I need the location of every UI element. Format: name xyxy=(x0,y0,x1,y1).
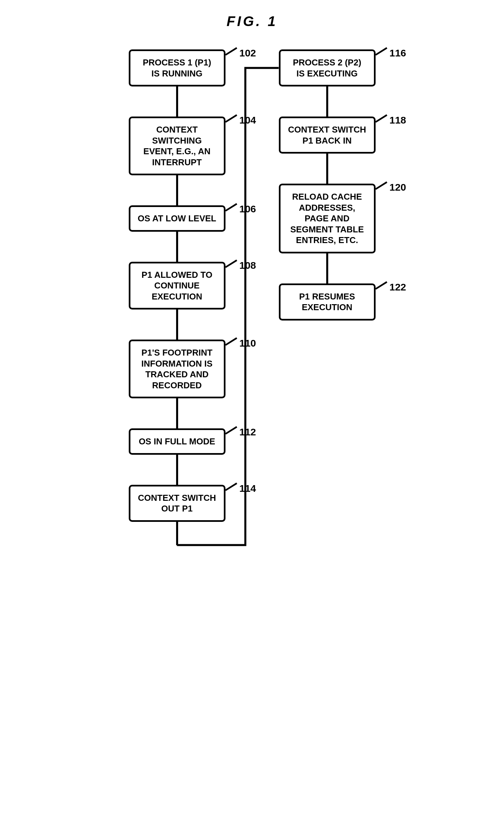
column-right: PROCESS 2 (P2) IS EXECUTING 116 CONTEXT … xyxy=(279,49,376,321)
node-box: PROCESS 1 (P1) IS RUNNING xyxy=(129,49,225,86)
connector xyxy=(176,455,178,485)
node-box: PROCESS 2 (P2) IS EXECUTING xyxy=(279,49,376,86)
node-number: 122 xyxy=(390,281,406,293)
label-tick xyxy=(375,281,387,289)
node-number: 108 xyxy=(239,260,256,271)
connector xyxy=(176,522,178,545)
label-tick xyxy=(225,426,237,434)
node-122: P1 RESUMES EXECUTION 122 xyxy=(279,283,376,321)
node-box: P1'S FOOTPRINT INFORMATION IS TRACKED AN… xyxy=(129,340,225,398)
connector xyxy=(326,253,328,283)
node-box: P1 RESUMES EXECUTION xyxy=(279,283,376,321)
label-tick xyxy=(375,181,387,190)
node-120: RELOAD CACHE ADDRESSES, PAGE AND SEGMENT… xyxy=(279,184,376,253)
connector xyxy=(176,232,178,262)
node-number: 116 xyxy=(390,47,406,59)
node-number: 118 xyxy=(390,115,406,126)
node-box: OS IN FULL MODE xyxy=(129,428,225,455)
label-tick xyxy=(225,114,237,123)
node-number: 106 xyxy=(239,203,256,215)
node-114: CONTEXT SWITCH OUT P1 114 xyxy=(129,485,225,522)
node-number: 112 xyxy=(239,426,256,438)
node-number: 104 xyxy=(239,115,256,126)
label-tick xyxy=(225,259,237,268)
node-box: P1 ALLOWED TO CONTINUE EXECUTION xyxy=(129,262,225,310)
connector xyxy=(176,398,178,428)
node-102: PROCESS 1 (P1) IS RUNNING 102 xyxy=(129,49,225,86)
node-box: CONTEXT SWITCH OUT P1 xyxy=(129,485,225,522)
node-110: P1'S FOOTPRINT INFORMATION IS TRACKED AN… xyxy=(129,340,225,398)
node-108: P1 ALLOWED TO CONTINUE EXECUTION 108 xyxy=(129,262,225,310)
connector xyxy=(176,175,178,205)
label-tick xyxy=(225,482,237,491)
label-tick xyxy=(375,114,387,123)
node-112: OS IN FULL MODE 112 xyxy=(129,428,225,455)
column-left: PROCESS 1 (P1) IS RUNNING 102 CONTEXT SW… xyxy=(129,49,225,545)
node-box: CONTEXT SWITCH P1 BACK IN xyxy=(279,117,376,154)
node-number: 114 xyxy=(239,483,256,494)
node-box: RELOAD CACHE ADDRESSES, PAGE AND SEGMENT… xyxy=(279,184,376,253)
connector xyxy=(326,154,328,184)
connector xyxy=(176,86,178,117)
connector xyxy=(176,310,178,340)
node-box: CONTEXT SWITCHING EVENT, E.G., AN INTERR… xyxy=(129,117,225,175)
node-118: CONTEXT SWITCH P1 BACK IN 118 xyxy=(279,117,376,154)
node-number: 120 xyxy=(390,182,406,193)
node-box: OS AT LOW LEVEL xyxy=(129,205,225,232)
node-106: OS AT LOW LEVEL 106 xyxy=(129,205,225,232)
node-number: 110 xyxy=(239,338,256,349)
label-tick xyxy=(225,203,237,211)
figure-title: FIG. 1 xyxy=(13,13,491,29)
connector xyxy=(326,86,328,117)
flowchart-columns: PROCESS 1 (P1) IS RUNNING 102 CONTEXT SW… xyxy=(13,49,491,545)
node-number: 102 xyxy=(239,47,256,59)
node-104: CONTEXT SWITCHING EVENT, E.G., AN INTERR… xyxy=(129,117,225,175)
label-tick xyxy=(375,47,387,55)
label-tick xyxy=(225,337,237,346)
node-116: PROCESS 2 (P2) IS EXECUTING 116 xyxy=(279,49,376,86)
label-tick xyxy=(225,47,237,55)
